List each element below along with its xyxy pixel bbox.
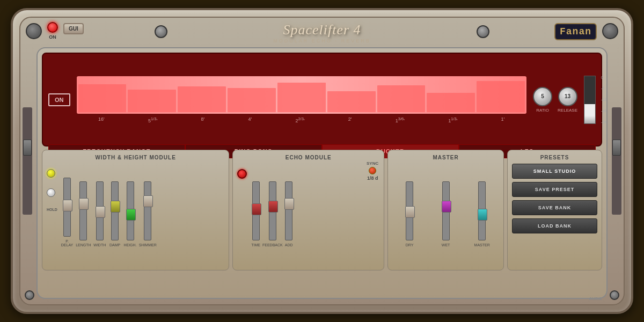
- right-slider-thumb[interactable]: [612, 140, 621, 156]
- fader-width: WIDTH: [93, 181, 106, 247]
- eq-label-9: 1': [501, 116, 505, 123]
- on-area: ON: [47, 22, 58, 40]
- fader-height: HEIGH.: [123, 181, 136, 247]
- fader-track-feedback[interactable]: [269, 181, 276, 240]
- eq-label-3: 8': [201, 116, 204, 123]
- fader-thumb-width[interactable]: [96, 206, 105, 218]
- fader-track-width[interactable]: [96, 181, 104, 240]
- app-subtitle: MODULAR ECHO - REVERB: [273, 38, 371, 43]
- width-power-led-yellow[interactable]: [47, 169, 55, 178]
- master-fader-group: DRY WET MASTER: [392, 164, 499, 247]
- echo-module-title: ECHO MODULE: [237, 155, 379, 160]
- release-knob[interactable]: 13: [558, 87, 577, 106]
- presets-title: PRESETS: [512, 155, 597, 160]
- eq-bar-5: [277, 83, 326, 112]
- width-height-module: WIDTH & HEIGHT MODULE HOLD: [42, 150, 229, 270]
- fader-thumb-wet[interactable]: [442, 201, 451, 213]
- vu-mark-6: -6: [601, 86, 606, 90]
- fader-time: TIME: [251, 181, 260, 247]
- load-bank-button[interactable]: LOAD BANK: [512, 218, 597, 233]
- eq-bar-8: [427, 93, 475, 112]
- eq-label-2: 51/3': [148, 116, 157, 123]
- fader-thumb-dry[interactable]: [405, 206, 415, 218]
- fader-track-damp[interactable]: [111, 181, 119, 240]
- fader-track-wet[interactable]: [442, 181, 450, 240]
- right-side-slider[interactable]: [612, 107, 621, 215]
- fader-thumb-shimmer[interactable]: [143, 195, 153, 207]
- vu-mark-24: -24: [601, 120, 606, 124]
- fader-thumb-damp[interactable]: [111, 201, 120, 213]
- fader-length: LENGTH: [76, 181, 91, 247]
- fader-track-add[interactable]: [285, 181, 292, 240]
- eq-label-8: 11/3': [448, 116, 457, 123]
- top-bolt-right: [477, 25, 489, 38]
- bottom-left-screw: [25, 290, 34, 300]
- fader-track-time[interactable]: [252, 181, 260, 240]
- width-power-led-white[interactable]: [47, 188, 55, 197]
- ratio-label: RATIO: [536, 108, 549, 113]
- outer-frame: ON GUI Spacelifter 4 MODULAR ECHO - REVE…: [11, 8, 633, 314]
- vu-fill: [584, 104, 595, 123]
- echo-fader-group: TIME FEEDBACK: [251, 164, 292, 247]
- sync-label: SYNC: [367, 161, 378, 166]
- main-panel: ON: [36, 47, 608, 299]
- fader-dry: DRY: [392, 181, 427, 247]
- presets-module: PRESETS SMALL STUDIO SAVE PRESET SAVE BA…: [507, 150, 602, 270]
- fader-label-add: ADD: [285, 243, 293, 247]
- fader-thumb-master[interactable]: [478, 209, 487, 221]
- lower-section: WIDTH & HEIGHT MODULE HOLD: [42, 150, 602, 270]
- eq-bar-1: [78, 84, 127, 112]
- fader-track-pdelay[interactable]: [63, 178, 71, 237]
- on-label: ON: [49, 34, 56, 40]
- save-bank-button[interactable]: SAVE BANK: [512, 200, 597, 215]
- inner-frame: ON GUI Spacelifter 4 MODULAR ECHO - REVE…: [19, 17, 625, 305]
- master-module: MASTER DRY WET: [387, 150, 504, 270]
- fader-track-shimmer[interactable]: [144, 181, 151, 240]
- ratio-knob[interactable]: 5: [533, 87, 552, 106]
- fader-label-dry: DRY: [406, 243, 414, 247]
- fader-track-height[interactable]: [127, 181, 134, 240]
- display-on-button[interactable]: ON: [48, 93, 70, 106]
- fader-thumb-feedback[interactable]: [268, 201, 278, 213]
- left-slider-thumb[interactable]: [23, 140, 32, 156]
- preset-small-studio[interactable]: SMALL STUDIO: [512, 164, 597, 179]
- on-led[interactable]: [47, 22, 58, 33]
- eq-label-4: 4': [248, 116, 252, 123]
- fader-track-dry[interactable]: [406, 181, 413, 240]
- fader-thumb-pdelay[interactable]: [63, 200, 72, 211]
- release-group: 13 RELEASE: [558, 87, 577, 113]
- eq-bars: [77, 76, 527, 114]
- fader-label-width: WIDTH: [93, 243, 106, 247]
- master-module-title: MASTER: [392, 155, 499, 160]
- fader-feedback: FEEDBACK: [262, 181, 283, 247]
- fader-thumb-time[interactable]: [252, 203, 261, 215]
- fader-add: ADD: [285, 181, 293, 247]
- top-bolt-left: [155, 25, 167, 38]
- title-area: Spacelifter 4 MODULAR ECHO - REVERB: [273, 22, 371, 43]
- ratio-group: 5 RATIO: [533, 87, 552, 113]
- fader-label-length: LENGTH: [76, 243, 91, 247]
- eq-section: 16' 51/3' 8' 4' 22/3' 2' 13/6' 11/3' 1': [77, 76, 527, 123]
- gui-button[interactable]: GUI: [63, 23, 84, 34]
- sync-value: 1/8 d: [367, 175, 378, 181]
- vu-meter-area: 0 -6 -12 -18 -24: [584, 76, 596, 124]
- left-side-slider[interactable]: [23, 107, 32, 215]
- fader-track-length[interactable]: [79, 181, 87, 240]
- sync-power-led[interactable]: [369, 167, 376, 174]
- eq-label-5: 22/3': [295, 116, 304, 123]
- eq-bar-7: [377, 85, 426, 112]
- fader-label-height: HEIGH.: [123, 243, 136, 247]
- vu-labels: 0 -6 -12 -18 -24: [601, 76, 606, 124]
- fader-track-master[interactable]: [478, 181, 486, 240]
- save-preset-button[interactable]: SAVE PRESET: [512, 182, 597, 197]
- fader-label-wet: WET: [442, 243, 450, 247]
- bottom-right-screw: [610, 290, 619, 300]
- sync-area: SYNC 1/8 d: [367, 161, 378, 181]
- hold-label: HOLD: [47, 208, 57, 211]
- echo-power-led[interactable]: [237, 169, 247, 179]
- knobs-area: 5 RATIO 13 RELEASE: [533, 87, 577, 113]
- fader-thumb-length[interactable]: [79, 198, 89, 210]
- fader-thumb-add[interactable]: [284, 198, 294, 210]
- width-fader-group: P. DELAY LENGTH: [61, 164, 157, 247]
- fader-thumb-height[interactable]: [126, 209, 136, 221]
